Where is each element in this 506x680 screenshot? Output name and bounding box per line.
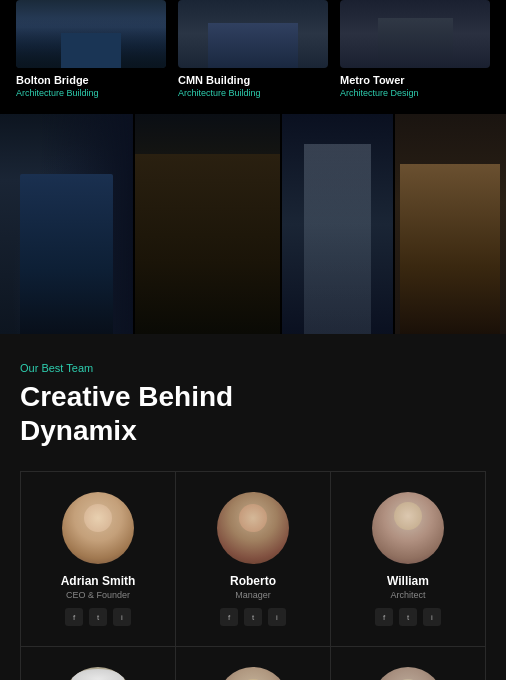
instagram-icon-roberto[interactable]: i bbox=[268, 608, 286, 626]
gallery-strip bbox=[0, 114, 506, 334]
project-title-metro: Metro Tower bbox=[340, 74, 490, 86]
project-title-bolton: Bolton Bridge bbox=[16, 74, 166, 86]
member-role-william: Architect bbox=[390, 590, 425, 600]
avatar-gabriel bbox=[372, 667, 444, 680]
avatar-adrian bbox=[62, 492, 134, 564]
social-icons-william: f t i bbox=[375, 608, 441, 626]
project-image-metro bbox=[340, 0, 490, 68]
gallery-image-2 bbox=[135, 114, 279, 334]
team-section-title: Creative Behind Dynamix bbox=[20, 380, 486, 447]
facebook-icon-adrian[interactable]: f bbox=[65, 608, 83, 626]
member-name-roberto: Roberto bbox=[230, 574, 276, 588]
project-card-cmn[interactable]: CMN Building Architecture Building bbox=[172, 0, 334, 98]
avatar-william bbox=[372, 492, 444, 564]
member-name-adrian: Adrian Smith bbox=[61, 574, 136, 588]
project-card-bolton[interactable]: Bolton Bridge Architecture Building bbox=[10, 0, 172, 98]
gallery-image-4 bbox=[395, 114, 506, 334]
twitter-icon-adrian[interactable]: t bbox=[89, 608, 107, 626]
team-section-label: Our Best Team bbox=[20, 362, 486, 374]
team-member-gabriel: Gabriel f t i bbox=[331, 647, 486, 680]
team-member-roberto: Roberto Manager f t i bbox=[176, 472, 331, 647]
avatar-michael bbox=[62, 667, 134, 680]
instagram-icon-william[interactable]: i bbox=[423, 608, 441, 626]
facebook-icon-william[interactable]: f bbox=[375, 608, 393, 626]
project-image-bolton bbox=[16, 0, 166, 68]
team-member-michael: Michael f t i bbox=[21, 647, 176, 680]
project-card-metro[interactable]: Metro Tower Architecture Design bbox=[334, 0, 496, 98]
avatar-jonathan bbox=[217, 667, 289, 680]
team-member-jonathan: Jonathan f t i bbox=[176, 647, 331, 680]
project-title-cmn: CMN Building bbox=[178, 74, 328, 86]
member-role-adrian: CEO & Founder bbox=[66, 590, 130, 600]
social-icons-adrian: f t i bbox=[65, 608, 131, 626]
gallery-image-1 bbox=[0, 114, 133, 334]
member-name-william: William bbox=[387, 574, 429, 588]
project-cards-section: Bolton Bridge Architecture Building CMN … bbox=[0, 0, 506, 114]
team-grid: Adrian Smith CEO & Founder f t i Roberto… bbox=[20, 471, 486, 680]
twitter-icon-william[interactable]: t bbox=[399, 608, 417, 626]
team-member-adrian: Adrian Smith CEO & Founder f t i bbox=[21, 472, 176, 647]
twitter-icon-roberto[interactable]: t bbox=[244, 608, 262, 626]
instagram-icon-adrian[interactable]: i bbox=[113, 608, 131, 626]
team-section: Our Best Team Creative Behind Dynamix Ad… bbox=[0, 334, 506, 680]
gallery-image-3 bbox=[282, 114, 393, 334]
facebook-icon-roberto[interactable]: f bbox=[220, 608, 238, 626]
avatar-roberto bbox=[217, 492, 289, 564]
project-subtitle-cmn: Architecture Building bbox=[178, 88, 328, 98]
social-icons-roberto: f t i bbox=[220, 608, 286, 626]
project-subtitle-metro: Architecture Design bbox=[340, 88, 490, 98]
project-image-cmn bbox=[178, 0, 328, 68]
project-subtitle-bolton: Architecture Building bbox=[16, 88, 166, 98]
member-role-roberto: Manager bbox=[235, 590, 271, 600]
team-member-william: William Architect f t i bbox=[331, 472, 486, 647]
